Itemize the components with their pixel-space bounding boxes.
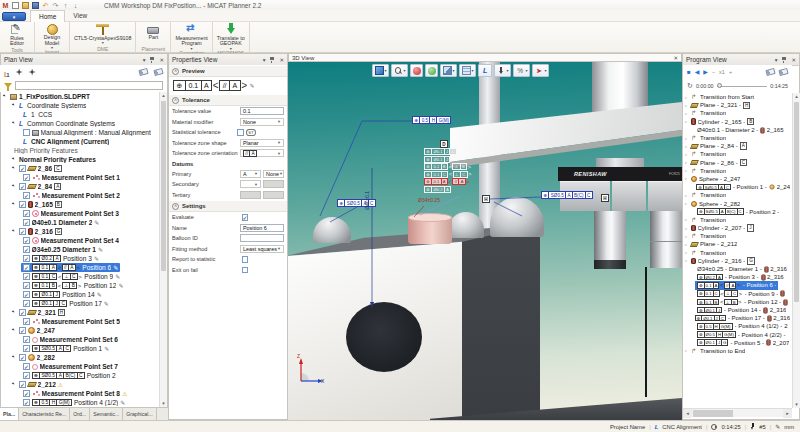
plan-pin-icon[interactable] (149, 56, 155, 63)
edit-icon[interactable]: ✎ (115, 273, 120, 280)
datum-dropdown-2[interactable] (263, 180, 284, 188)
micat-logo-icon[interactable]: M (2, 2, 9, 9)
collapse-chevron-icon[interactable]: ˄ (172, 97, 179, 104)
tree-row[interactable]: ✓⊕SØ0.5ACPosition 1✎ (1, 344, 159, 353)
program-row[interactable]: ⊕Ø0.1JC - Position 17 - 2_316 (683, 314, 792, 322)
progress-slider[interactable] (717, 86, 768, 87)
edit-icon[interactable]: ✎ (104, 300, 109, 307)
tree-row[interactable]: ✓Ø34±0.25 Diameter 1✎ (1, 245, 159, 254)
tree-row[interactable]: ▸✓2_321H (1, 308, 159, 317)
program-row[interactable]: Ø34±0.25 - Diameter 1 - 2_316 (683, 265, 792, 273)
properties-close-icon[interactable]: ✕ (279, 57, 284, 63)
program-close-icon[interactable]: ✕ (791, 57, 796, 63)
program-row[interactable]: ▹Cylinder - 2_316 - G (683, 257, 792, 265)
collapse-chevron-icon[interactable]: ˄ (172, 203, 179, 210)
program-row[interactable]: ▹↱Transition (683, 216, 792, 224)
checkbox[interactable]: ✓ (23, 219, 30, 226)
checkbox[interactable]: ✓ (23, 210, 30, 217)
application-menu-button[interactable]: ▾ (2, 12, 26, 21)
view3d-close-icon[interactable]: ✕ (673, 55, 678, 61)
gdt-stack-row[interactable]: ⊕0.1B<⊥B> (424, 163, 472, 170)
program-row[interactable]: ▹Sphere - 2_282 (683, 199, 792, 207)
design-model-button[interactable]: Design Model▾ (39, 23, 65, 49)
datum-dropdown-2[interactable] (263, 191, 284, 199)
datum-dropdown-2[interactable]: None▼ (263, 170, 284, 178)
program-row[interactable]: ▹↱Transition (683, 109, 792, 117)
move-down-icon[interactable]: ↓ (72, 2, 79, 9)
program-row[interactable]: ▹↱Transition (683, 134, 792, 142)
tree-row[interactable]: ▸✓2_212⚠ (1, 380, 159, 389)
tree-row[interactable]: ✓⊕0.1A<//A>Position 6✎ (1, 263, 159, 272)
checkbox[interactable]: ✓ (23, 300, 30, 307)
filter-input[interactable] (15, 81, 163, 90)
property-input[interactable]: Position 6 (240, 224, 284, 232)
checkbox[interactable]: ✓ (23, 237, 30, 244)
tree-row[interactable]: ▸✓2_247 (1, 326, 159, 335)
probe-view-button[interactable]: ▾ (494, 64, 511, 77)
view3d-scene[interactable]: RENISHAW FCR25 Z X ▾▾▾▾L▾%▾➤▾ ⊕0.5HG(M)⊕… (288, 62, 682, 420)
checkbox[interactable]: ✓ (23, 372, 30, 379)
coordinate-systems-button[interactable]: L (478, 64, 492, 77)
property-dropdown[interactable]: None▼ (240, 118, 284, 126)
program-row[interactable]: ▹↱Transition (683, 150, 792, 158)
move-up-icon[interactable]: ↑ (62, 2, 69, 9)
cmm-machine-button[interactable]: CTL5-CrystaApexS9108▾ (74, 23, 131, 44)
clear-selection-icon[interactable] (138, 68, 148, 76)
refresh-icon[interactable]: ↻ (687, 82, 693, 90)
properties-pin-icon[interactable] (269, 56, 275, 63)
program-vertical-scrollbar[interactable]: ▴ ▾ (792, 93, 800, 408)
checkbox[interactable]: ✓ (23, 336, 30, 343)
checkbox[interactable] (242, 256, 249, 263)
scroll-right-icon[interactable]: ▸ (783, 409, 792, 418)
tree-row[interactable]: ✓Measurement Point Set 7 (1, 362, 159, 371)
section-header[interactable]: ˄Settings (169, 201, 287, 212)
program-row[interactable]: ⊕0.1A<//A> - Position 6 - (683, 281, 792, 289)
gdt-stack-row[interactable]: ⊕Ø0.2A (424, 186, 451, 193)
expand-all-icon[interactable] (16, 69, 23, 76)
program-row[interactable]: ▹Plane - 2_86 - C (683, 159, 792, 167)
tree-row[interactable]: ▸LCoordinate Systems (1, 101, 159, 110)
save-icon[interactable] (32, 2, 39, 9)
tree-row[interactable]: L1_CCS (1, 110, 159, 119)
tree-row[interactable]: ✓Ø40±0.1 Diameter 2✎ (1, 218, 159, 227)
program-clear-all-icon[interactable] (778, 68, 788, 76)
translate-geopak-button[interactable]: Translate to GEOPAK▾ (217, 23, 245, 50)
collapse-chevron-icon[interactable]: ˄ (172, 68, 179, 75)
checkbox[interactable]: ✓ (23, 246, 30, 253)
tree-row[interactable]: ▸Normal Priority Features (1, 155, 159, 164)
tree-row[interactable]: ✓Measurement Point Set 6 (1, 335, 159, 344)
gdt-stack-row[interactable]: ⊕Ø0.1J (424, 156, 450, 163)
path-display-button[interactable]: ➤▾ (532, 64, 549, 77)
checkbox[interactable]: ✓ (19, 165, 26, 172)
section-header[interactable]: ˄Tolerance (169, 95, 287, 106)
checkbox[interactable]: ✓ (23, 273, 30, 280)
program-row[interactable]: ⊕0.5HG(M) - Position 4 (1/2) - 2 (683, 322, 792, 330)
tree-row[interactable]: ✓⊕Ø0.2APosition 3✎ (1, 254, 159, 263)
datum-dropdown-1[interactable]: A▼ (240, 170, 261, 178)
program-clear-icon[interactable] (765, 68, 775, 76)
scroll-up-icon[interactable]: ▴ (793, 93, 800, 100)
tree-row[interactable]: Manual Alignment : Manual Alignment (1, 128, 159, 137)
checkbox[interactable]: ✓ (19, 309, 26, 316)
tree-row[interactable]: ✓Measurement Point Set 4 (1, 236, 159, 245)
tree-row[interactable]: ▸LCommon Coordinate Systems (1, 119, 159, 128)
gdt-stack-row[interactable]: ⊕0.1A<//A> (424, 178, 470, 185)
datum-dropdown-1[interactable] (240, 191, 261, 199)
points-red-button[interactable] (410, 64, 423, 77)
checkbox[interactable]: ✓ (23, 345, 30, 352)
view-tab[interactable]: Pla... (0, 408, 19, 420)
program-row[interactable]: ▹↱Transition (683, 167, 792, 175)
program-row[interactable]: ⊕0.1B<⊥B> - Position 12 - (683, 298, 792, 306)
checkbox[interactable]: ✓ (19, 354, 26, 361)
program-row[interactable]: ⊕Ø0.1JG - Position 5 - 2_207 (683, 339, 792, 347)
edit-icon[interactable]: ✎ (97, 291, 102, 298)
checkbox[interactable]: ✓ (19, 183, 26, 190)
program-pin-icon[interactable] (781, 56, 787, 63)
program-horizontal-scrollbar[interactable]: ◂ ▸ (683, 408, 792, 417)
new-file-icon[interactable] (12, 2, 19, 9)
edit-icon[interactable]: ✎ (104, 345, 109, 352)
plan-dropdown-icon[interactable]: ▾ (143, 57, 146, 63)
tree-row[interactable]: ✓⊕0.1B<⊥B>Position 12✎ (1, 281, 159, 290)
property-dropdown[interactable]: Planar▼ (240, 139, 284, 147)
clear-all-icon[interactable] (153, 68, 163, 76)
